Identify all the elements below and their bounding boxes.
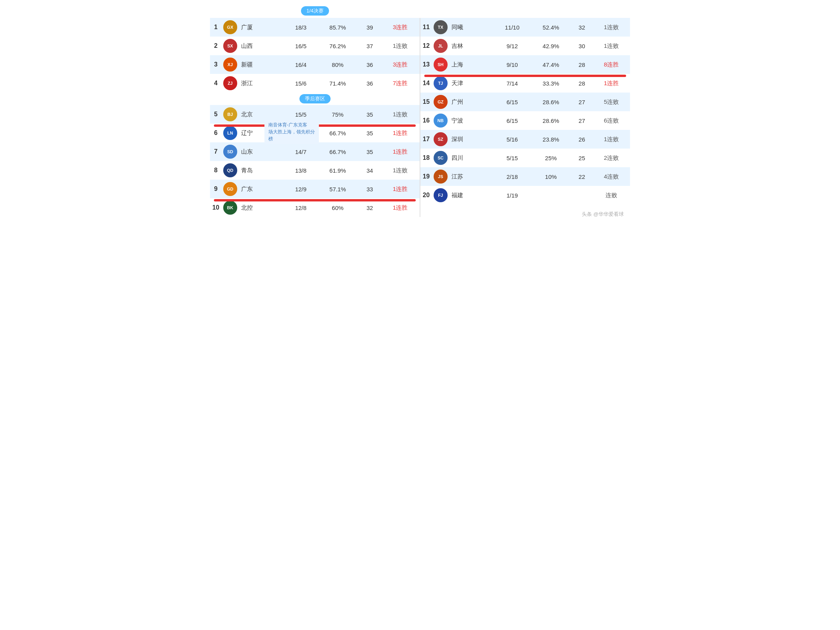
team-name: 山西 (239, 37, 285, 55)
pct: 66.7% (317, 142, 359, 161)
record: 2/18 (494, 167, 531, 186)
pts: 25 (571, 149, 593, 167)
playoffs-badge: 季后赛区 (299, 94, 331, 103)
team-name: 吉林 (449, 37, 494, 55)
record: 18/3 (285, 18, 317, 37)
team-logo: XJ (223, 58, 237, 72)
quarter-finals-badge: 1/4决赛 (301, 6, 329, 16)
table-row: 11 TX 同曦 11/10 52.4% 32 1连败 (420, 18, 630, 37)
rank-cell: 17 (420, 130, 432, 149)
division-line (424, 75, 626, 77)
pct: 47.4% (530, 55, 571, 74)
record: 16/5 (285, 37, 317, 55)
team-name: 宁波 (449, 111, 494, 130)
pts: 22 (571, 167, 593, 186)
table-row: 17 SZ 深圳 5/16 23.8% 26 1连败 (420, 130, 630, 149)
record: 16/4 (285, 55, 317, 74)
team-logo: SH (434, 58, 448, 72)
division-line (214, 199, 416, 201)
streak: 连败 (593, 186, 630, 205)
pts: 32 (571, 18, 593, 37)
table-row: 9 GD 广东 12/9 57.1% 33 1连胜 (210, 180, 420, 198)
record: 6/15 (494, 93, 531, 111)
pts: 39 (359, 18, 381, 37)
pct: 52.4% (530, 18, 571, 37)
record: 1/19 (494, 186, 531, 205)
logo-cell: JL (432, 37, 449, 55)
logo-cell: SZ (432, 130, 449, 149)
section-header-row: 季后赛区 (210, 93, 420, 105)
team-logo: NB (434, 114, 448, 128)
pct (530, 186, 571, 205)
logo-cell: GZ (432, 93, 449, 111)
team-name: 广东 (239, 180, 285, 198)
logo-cell: TX (432, 18, 449, 37)
logo-cell: FJ (432, 186, 449, 205)
team-logo: SD (223, 145, 237, 159)
logo-cell: QD (222, 161, 239, 180)
pct: 76.2% (317, 37, 359, 55)
streak: 1连败 (381, 105, 420, 124)
pct: 28.6% (530, 111, 571, 130)
streak: 4连败 (593, 167, 630, 186)
rank-cell: 5 (210, 105, 222, 124)
logo-cell: NB (432, 111, 449, 130)
team-logo: FJ (434, 188, 448, 202)
logo-cell: SX (222, 37, 239, 55)
team-name: 广厦 (239, 18, 285, 37)
pts: 37 (359, 37, 381, 55)
streak: 5连败 (593, 93, 630, 111)
streak: 2连败 (593, 149, 630, 167)
team-logo: SX (223, 39, 237, 53)
streak: 1连败 (593, 18, 630, 37)
pts: 28 (571, 55, 593, 74)
streak: 1连胜 (381, 142, 420, 161)
rank-cell: 8 (210, 161, 222, 180)
table-row: 7 SD 山东 14/7 66.7% 35 1连胜 (210, 142, 420, 161)
streak: 8连胜 (593, 55, 630, 74)
pts: 35 (359, 142, 381, 161)
team-name: 广州 (449, 93, 494, 111)
tooltip-box: 南音体育-广东克客场大胜上海，领先积分榜 (264, 120, 319, 144)
team-logo: SC (434, 151, 448, 165)
pts: 36 (359, 74, 381, 93)
record: 9/10 (494, 55, 531, 74)
team-logo: GD (223, 182, 237, 196)
table-row: 12 JL 吉林 9/12 42.9% 30 1连败 (420, 37, 630, 55)
logo-cell: ZJ (222, 74, 239, 93)
record: 13/8 (285, 161, 317, 180)
team-logo: JS (434, 170, 448, 184)
team-logo: BJ (223, 107, 237, 121)
pct: 28.6% (530, 93, 571, 111)
pts: 26 (571, 130, 593, 149)
table-row: 3 XJ 新疆 16/4 80% 36 3连胜 (210, 55, 420, 74)
right-standings: 11 TX 同曦 11/10 52.4% 32 1连败 12 JL 吉林 9/1… (420, 18, 630, 217)
table-row: 8 QD 青岛 13/8 61.9% 34 1连败 (210, 161, 420, 180)
streak: 1连败 (593, 37, 630, 55)
record: 12/9 (285, 180, 317, 198)
team-logo: LN (223, 126, 237, 140)
logo-cell: GX (222, 18, 239, 37)
table-row: 2 SX 山西 16/5 76.2% 37 1连败 (210, 37, 420, 55)
rank-cell: 11 (420, 18, 432, 37)
record: 6/15 (494, 111, 531, 130)
pct: 10% (530, 167, 571, 186)
logo-cell: JS (432, 167, 449, 186)
team-name: 同曦 (449, 18, 494, 37)
table-row: 18 SC 四川 5/15 25% 25 2连败 (420, 149, 630, 167)
record: 5/15 (494, 149, 531, 167)
streak: 1连败 (593, 130, 630, 149)
record: 15/6 (285, 74, 317, 93)
rank-cell: 15 (420, 93, 432, 111)
team-logo: TJ (434, 76, 448, 90)
rank-cell: 2 (210, 37, 222, 55)
pct: 80% (317, 55, 359, 74)
rank-cell: 18 (420, 149, 432, 167)
streak: 3连胜 (381, 55, 420, 74)
team-logo: TX (434, 20, 448, 34)
standings-table: 1 GX 广厦 18/3 85.7% 39 3连胜 2 SX 山西 16/5 7… (210, 18, 630, 217)
record: 11/10 (494, 18, 531, 37)
left-standings: 1 GX 广厦 18/3 85.7% 39 3连胜 2 SX 山西 16/5 7… (210, 18, 420, 217)
logo-cell: GD (222, 180, 239, 198)
streak: 1连败 (381, 37, 420, 55)
